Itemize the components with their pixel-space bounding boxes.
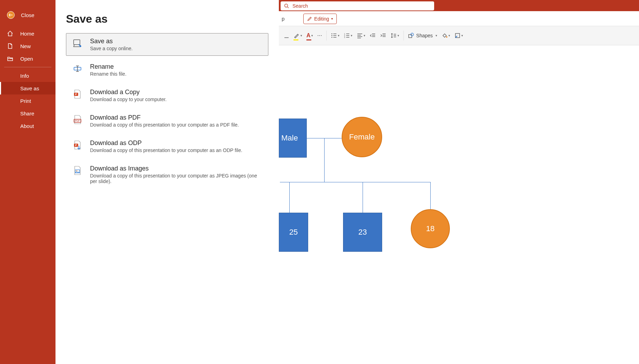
font-color-icon: A: [306, 32, 311, 39]
chevron-down-icon: ▾: [436, 34, 437, 37]
connector-line: [363, 182, 363, 213]
home-icon: [7, 30, 14, 37]
svg-point-17: [331, 37, 332, 38]
svg-point-15: [331, 33, 332, 35]
folder-open-icon: [7, 55, 14, 62]
sidebar-item-info[interactable]: Info: [0, 69, 55, 82]
shape-fill-button[interactable]: ▾: [439, 29, 452, 42]
svg-text:P: P: [75, 93, 77, 96]
increase-indent-icon: [380, 32, 386, 39]
search-box[interactable]: Search: [281, 1, 434, 10]
numbering-button[interactable]: 123 ▾: [342, 29, 355, 42]
align-icon: [357, 32, 363, 39]
svg-point-16: [331, 35, 332, 36]
connector-line: [280, 182, 431, 182]
search-icon: [284, 3, 289, 8]
numbering-icon: 123: [344, 32, 350, 39]
svg-text:PDF: PDF: [75, 120, 80, 122]
sidebar-item-print[interactable]: Print: [0, 94, 55, 107]
sidebar-item-label: New: [20, 43, 31, 49]
bullets-icon: [331, 32, 337, 39]
shapes-icon: [408, 32, 414, 39]
svg-rect-0: [74, 40, 80, 45]
chevron-down-icon: ▾: [331, 17, 333, 21]
color-swatch: [294, 39, 298, 40]
svg-rect-40: [409, 35, 412, 38]
svg-text:3: 3: [344, 36, 345, 38]
option-download-copy[interactable]: P Download a Copy Download a copy to you…: [66, 84, 268, 107]
odp-icon: P: [72, 139, 83, 151]
sidebar-item-open[interactable]: Open: [0, 52, 55, 65]
ellipsis-icon: ⋯: [317, 33, 322, 38]
option-rename[interactable]: Rename Rename this file.: [66, 59, 268, 81]
decrease-indent-icon: [370, 32, 376, 39]
option-desc: Download a copy to your computer.: [90, 97, 166, 102]
sidebar-item-home[interactable]: Home: [0, 27, 55, 40]
font-color-button[interactable]: A ▾: [304, 29, 315, 42]
sidebar-item-save-as[interactable]: Save as: [0, 82, 55, 94]
outline-icon: [454, 32, 461, 39]
chevron-down-icon: ▾: [338, 34, 340, 37]
ribbon-toolbar: ▾ A ▾ ⋯ ▾ 123 ▾ ▾: [279, 26, 639, 45]
highlight-color-button[interactable]: ▾: [291, 29, 304, 42]
sidebar-item-label: Share: [20, 111, 34, 116]
shape-23[interactable]: 23: [343, 213, 382, 252]
sidebar-item-new[interactable]: New: [0, 40, 55, 52]
svg-point-11: [76, 170, 77, 172]
shape-male[interactable]: Male: [279, 119, 307, 158]
shape-outline-button[interactable]: ▾: [452, 29, 465, 42]
page-title: Save as: [66, 13, 268, 25]
option-desc: Rename this file.: [90, 71, 126, 77]
option-desc: Download a copy of this presentation to …: [90, 147, 242, 153]
option-download-pdf[interactable]: PDF Download as PDF Download a copy of t…: [66, 109, 268, 132]
sidebar-item-about[interactable]: About: [0, 120, 55, 132]
back-arrow-icon: [7, 11, 15, 19]
connector-line: [289, 182, 290, 213]
increase-indent-button[interactable]: [378, 29, 388, 42]
chevron-down-icon: ▾: [364, 34, 365, 37]
chevron-down-icon: ▾: [397, 34, 399, 37]
chevron-down-icon: ▾: [311, 34, 313, 37]
partial-tool[interactable]: [282, 29, 291, 42]
shape-label: 18: [426, 224, 434, 233]
shapes-button[interactable]: Shapes ▾: [406, 29, 439, 42]
pdf-icon: PDF: [72, 114, 83, 125]
option-title: Save as: [90, 38, 133, 45]
editing-mode-button[interactable]: Editing ▾: [303, 14, 337, 24]
option-title: Download as PDF: [90, 114, 239, 121]
line-spacing-button[interactable]: ▾: [388, 29, 401, 42]
color-swatch: [306, 39, 311, 40]
decrease-indent-button[interactable]: [367, 29, 378, 42]
more-font-options[interactable]: ⋯: [315, 29, 324, 42]
backstage-sidebar: Close Home New Open Info Save as Print S…: [0, 0, 55, 364]
sidebar-divider: [4, 67, 51, 67]
group-divider: [326, 31, 327, 40]
option-title: Download a Copy: [90, 89, 166, 96]
sidebar-item-label: Print: [20, 98, 31, 104]
highlighter-icon: [294, 32, 300, 39]
ribbon-tabs: p Editing ▾: [279, 11, 639, 26]
shape-female[interactable]: Female: [342, 117, 382, 157]
option-download-images[interactable]: Download as Images Download a copy of th…: [66, 160, 268, 189]
pptx-icon: P: [72, 89, 83, 100]
sidebar-item-label: Open: [20, 56, 33, 62]
save-as-icon: [72, 38, 83, 49]
option-download-odp[interactable]: P Download as ODP Download a copy of thi…: [66, 135, 268, 158]
sidebar-item-share[interactable]: Share: [0, 107, 55, 120]
connector-line: [430, 182, 431, 213]
chevron-down-icon: ▾: [351, 34, 352, 37]
chevron-down-icon: ▾: [300, 34, 302, 37]
partial-tab-label[interactable]: p: [282, 16, 284, 22]
svg-point-42: [446, 36, 447, 38]
close-button[interactable]: Close: [0, 8, 55, 27]
slide-canvas[interactable]: Male Female 25 23 18: [279, 45, 639, 364]
shape-label: Female: [349, 132, 374, 142]
option-desc: Download a copy of this presentation to …: [90, 173, 262, 184]
shape-25[interactable]: 25: [279, 213, 308, 252]
shape-18[interactable]: 18: [411, 209, 450, 248]
bullets-button[interactable]: ▾: [329, 29, 342, 42]
option-title: Rename: [90, 63, 126, 70]
align-button[interactable]: ▾: [355, 29, 367, 42]
option-save-as[interactable]: Save as Save a copy online.: [66, 33, 268, 56]
search-placeholder: Search: [292, 3, 308, 9]
